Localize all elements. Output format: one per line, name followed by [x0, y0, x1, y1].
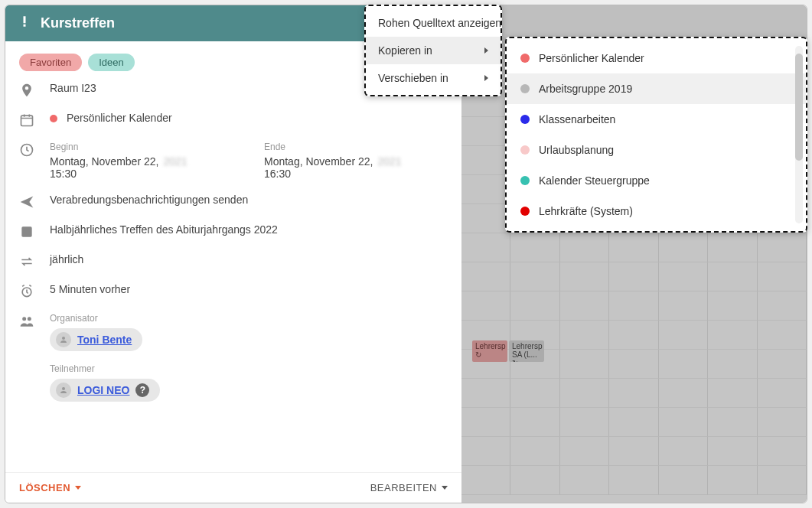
person-avatar-icon	[56, 383, 71, 398]
time-begin: Beginn Montag, November 22, 2021 15:30	[50, 142, 233, 180]
submenu-item-label: Kalender Steuergruppe	[539, 174, 650, 187]
scrollbar-thumb[interactable]	[795, 54, 803, 161]
chevron-right-icon	[484, 75, 488, 81]
submenu-item[interactable]: Persönlicher Kalender	[507, 43, 806, 73]
calendar-icon	[19, 112, 36, 128]
context-menu: Rohen Quelltext anzeigen Kopieren in Ver…	[364, 5, 502, 96]
scrollbar[interactable]	[795, 46, 803, 223]
submenu-item[interactable]: Urlaubsplanung	[507, 135, 806, 165]
tag-ideen[interactable]: Ideen	[88, 54, 135, 71]
notify-toggle[interactable]: Verabredungsbenachrichtigungen senden	[50, 194, 448, 206]
organizer-chip[interactable]: Toni Bente	[50, 328, 142, 351]
attendee-link[interactable]: LOGI NEO	[77, 384, 129, 396]
send-icon	[19, 194, 36, 210]
chevron-down-icon	[75, 486, 81, 490]
submenu-item-label: Lehrkräfte (System)	[539, 205, 633, 217]
submenu-item-label: Urlaubsplanung	[539, 144, 614, 156]
submenu-item-label: Persönlicher Kalender	[539, 52, 644, 64]
svg-point-11	[62, 337, 65, 340]
svg-rect-0	[24, 16, 26, 23]
time-begin-label: Beginn	[50, 142, 233, 152]
ctx-item-label: Rohen Quelltext anzeigen	[378, 17, 501, 29]
event-recurrence: jährlich	[50, 253, 448, 265]
time-end-label: Ende	[264, 142, 448, 152]
submenu-item-label: Arbeitsgruppe 2019	[539, 83, 632, 95]
time-begin-date: Montag, November 22,	[50, 155, 158, 168]
description-icon	[19, 224, 36, 239]
ctx-item-label: Verschieben in	[378, 72, 448, 84]
location-icon	[19, 83, 36, 98]
submenu-item[interactable]: Arbeitsgruppe 2019	[507, 73, 806, 104]
time-end: Ende Montag, November 22, 2021 16:30	[264, 142, 448, 180]
submenu-item[interactable]: Kalender Steuergruppe	[507, 165, 806, 196]
submenu-item-label: Klassenarbeiten	[539, 113, 615, 125]
person-avatar-icon	[56, 332, 71, 347]
ctx-copy-to[interactable]: Kopieren in	[366, 37, 501, 64]
help-icon[interactable]: ?	[135, 383, 149, 397]
svg-point-9	[22, 317, 26, 321]
svg-rect-1	[24, 24, 26, 27]
chevron-right-icon	[484, 47, 488, 54]
ctx-show-source[interactable]: Rohen Quelltext anzeigen	[366, 9, 501, 37]
clock-icon	[19, 142, 36, 158]
calendar-color-dot	[520, 84, 530, 93]
organizer-label: Organisator	[50, 313, 448, 324]
calendar-color-dot	[520, 207, 530, 216]
organizer-link[interactable]: Toni Bente	[77, 334, 132, 346]
calendar-color-dot	[520, 115, 530, 124]
edit-label: BEARBEITEN	[370, 482, 437, 493]
ctx-move-to[interactable]: Verschieben in	[366, 64, 501, 92]
delete-label: LÖSCHEN	[19, 482, 70, 493]
submenu-item[interactable]: Lehrkräfte (System)	[507, 196, 806, 226]
svg-point-12	[62, 387, 65, 390]
delete-button[interactable]: LÖSCHEN	[19, 482, 81, 493]
time-begin-time: 15:30	[50, 168, 233, 180]
event-description: Halbjährliches Treffen des Abiturjahrgan…	[50, 223, 448, 236]
priority-icon	[18, 15, 31, 32]
svg-point-10	[28, 317, 31, 321]
attendees-label: Teilnehmer	[50, 363, 448, 374]
chevron-down-icon	[442, 486, 448, 490]
event-alarm: 5 Minuten vorher	[50, 283, 448, 295]
time-end-year: 2021	[377, 155, 401, 168]
alarm-icon	[19, 284, 36, 299]
calendar-color-dot	[520, 145, 530, 155]
calendar-submenu: Persönlicher KalenderArbeitsgruppe 2019K…	[505, 37, 807, 233]
svg-rect-7	[21, 226, 31, 236]
tag-favoriten[interactable]: Favoriten	[19, 54, 82, 71]
time-begin-year: 2021	[163, 155, 187, 168]
calendar-color-dot	[520, 176, 530, 185]
ctx-item-label: Kopieren in	[378, 44, 432, 57]
event-title: Kurstreffen	[41, 15, 115, 31]
event-calendar: Persönlicher Kalender	[50, 112, 448, 124]
time-end-time: 16:30	[264, 168, 448, 180]
svg-rect-2	[21, 116, 33, 125]
people-icon	[19, 314, 36, 329]
repeat-icon	[19, 254, 36, 269]
submenu-item[interactable]: Klassenarbeiten	[507, 104, 806, 135]
calendar-color-dot	[520, 54, 530, 63]
calendar-name: Persönlicher Kalender	[67, 112, 172, 124]
attendee-chip[interactable]: LOGI NEO ?	[50, 379, 160, 402]
edit-button[interactable]: BEARBEITEN	[370, 482, 448, 493]
calendar-color-dot	[50, 115, 57, 122]
time-end-date: Montag, November 22,	[264, 155, 373, 168]
